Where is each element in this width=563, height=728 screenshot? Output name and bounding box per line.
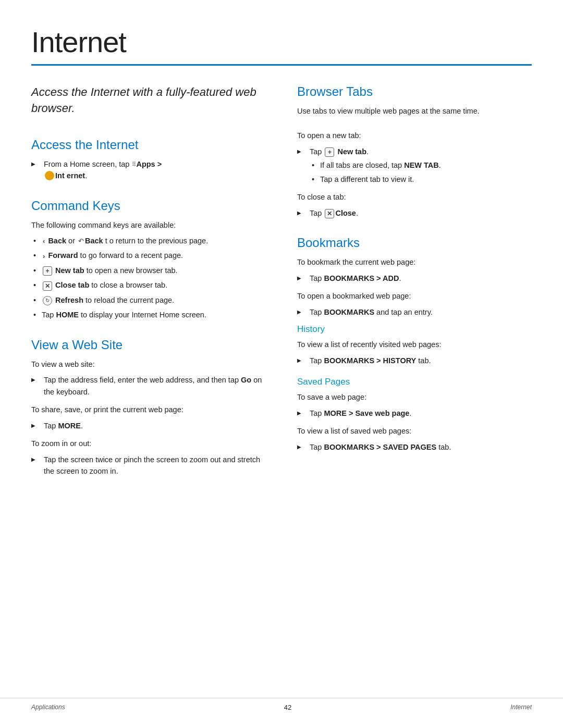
internet-icon xyxy=(45,171,54,180)
bookmarks-add: Tap BOOKMARKS > ADD. xyxy=(297,273,532,284)
saved-pages-para2: To view a list of saved web pages: xyxy=(297,425,532,437)
browser-tabs-close: Tap ✕Close. xyxy=(297,207,532,219)
bookmarks-open: Tap BOOKMARKS and tap an entry. xyxy=(297,306,532,318)
access-steps: From a Home screen, tap ⠿Apps > Int erne… xyxy=(31,158,266,182)
section-view-web: View a Web Site To view a web site: Tap … xyxy=(31,338,266,477)
saved-pages-step2: Tap BOOKMARKS > SAVED PAGES tab. xyxy=(297,441,532,453)
history-steps: Tap BOOKMARKS > HISTORY tab. xyxy=(297,355,532,366)
cmd-key-newtab: + New tab to open a new browser tab. xyxy=(31,265,266,276)
intro-text: Access the Internet with a fully-feature… xyxy=(31,84,266,117)
bookmarks-heading: Bookmarks xyxy=(297,236,532,250)
browser-tabs-sub1: If all tabs are closed, tap NEW TAB. xyxy=(310,159,532,171)
saved-pages-step2-list: Tap BOOKMARKS > SAVED PAGES tab. xyxy=(297,441,532,453)
bookmarks-step2: Tap BOOKMARKS and tap an entry. xyxy=(297,306,532,318)
history-heading: History xyxy=(297,324,532,335)
access-step-1: From a Home screen, tap ⠿Apps > Int erne… xyxy=(31,158,266,182)
title-rule xyxy=(31,64,532,66)
view-web-para2: To share, save, or print the current web… xyxy=(31,404,266,415)
saved-pages-step1-list: Tap MORE > Save web page. xyxy=(297,408,532,419)
view-web-step1: Tap the address field, enter the web add… xyxy=(31,374,266,398)
subsection-saved-pages: Saved Pages To save a web page: Tap MORE… xyxy=(297,377,532,453)
command-keys-list: ‹ Back or ↶Back t o return to the previo… xyxy=(31,235,266,321)
history-step1: Tap BOOKMARKS > HISTORY tab. xyxy=(297,355,532,366)
view-web-zoom: Tap the screen twice or pinch the screen… xyxy=(31,454,266,477)
footer-left: Applications xyxy=(31,704,65,711)
browser-tabs-sub2: Tap a different tab to view it. xyxy=(310,174,532,185)
close-tab-icon: ✕ xyxy=(325,209,334,218)
back-chevron-icon: ‹ xyxy=(43,236,45,246)
apps-icon: ⠿ xyxy=(132,160,136,169)
view-web-step2: Tap MORE. xyxy=(31,420,266,431)
section-browser-tabs: Browser Tabs Use tabs to view multiple w… xyxy=(297,84,532,219)
plus-icon: + xyxy=(43,266,52,276)
bookmarks-para1: To bookmark the current web page: xyxy=(297,256,532,268)
section-bookmarks: Bookmarks To bookmark the current web pa… xyxy=(297,236,532,453)
saved-pages-para1: To save a web page: xyxy=(297,391,532,403)
section-access: Access the Internet From a Home screen, … xyxy=(31,138,266,182)
command-keys-intro: The following command keys are available… xyxy=(31,219,266,231)
footer-center: 42 xyxy=(284,704,291,711)
cmd-key-back: ‹ Back or ↶Back t o return to the previo… xyxy=(31,235,266,246)
view-web-heading: View a Web Site xyxy=(31,338,266,352)
browser-tabs-step1: Tap + New tab. If all tabs are closed, t… xyxy=(297,146,532,185)
browser-tabs-open: Tap + New tab. If all tabs are closed, t… xyxy=(297,146,532,185)
view-web-steps: Tap the address field, enter the web add… xyxy=(31,374,266,398)
browser-tabs-subbullets: If all tabs are closed, tap NEW TAB. Tap… xyxy=(310,159,532,185)
access-step-text: From a Home screen, tap ⠿Apps > Int erne… xyxy=(44,160,162,180)
subsection-history: History To view a list of recently visit… xyxy=(297,324,532,366)
browser-tabs-intro: Use tabs to view multiple web pages at t… xyxy=(297,105,532,117)
browser-tabs-para1: To open a new tab: xyxy=(297,130,532,141)
refresh-icon: ↻ xyxy=(43,296,52,305)
cmd-key-home: Tap HOME to display your Internet Home s… xyxy=(31,309,266,320)
browser-tabs-step2: Tap ✕Close. xyxy=(297,207,532,219)
browser-tabs-heading: Browser Tabs xyxy=(297,84,532,99)
view-web-para3: To zoom in or out: xyxy=(31,438,266,449)
section-command-keys: Command Keys The following command keys … xyxy=(31,199,266,321)
page-footer: Applications 42 Internet xyxy=(0,698,563,711)
view-web-more: Tap MORE. xyxy=(31,420,266,431)
bookmarks-para2: To open a bookmarked web page: xyxy=(297,290,532,302)
back-arrow-icon: ↶ xyxy=(78,236,84,246)
saved-pages-heading: Saved Pages xyxy=(297,377,532,387)
footer-right: Internet xyxy=(510,704,532,711)
x-icon: ✕ xyxy=(43,281,52,291)
forward-chevron-icon: › xyxy=(43,251,45,262)
plus-tab-icon: + xyxy=(325,147,334,157)
cmd-key-closetab: ✕ Close tab to close a browser tab. xyxy=(31,279,266,291)
saved-pages-step1: Tap MORE > Save web page. xyxy=(297,408,532,419)
cmd-key-forward: › Forward to go forward to a recent page… xyxy=(31,250,266,261)
view-web-step3: Tap the screen twice or pinch the screen… xyxy=(31,454,266,477)
access-heading: Access the Internet xyxy=(31,138,266,152)
page-title: Internet xyxy=(31,25,532,59)
command-keys-heading: Command Keys xyxy=(31,199,266,213)
view-web-para1: To view a web site: xyxy=(31,359,266,370)
cmd-key-refresh: ↻ Refresh to reload the current page. xyxy=(31,294,266,306)
history-para1: To view a list of recently visited web p… xyxy=(297,339,532,350)
browser-tabs-para2: To close a tab: xyxy=(297,191,532,203)
bookmarks-step1: Tap BOOKMARKS > ADD. xyxy=(297,273,532,284)
